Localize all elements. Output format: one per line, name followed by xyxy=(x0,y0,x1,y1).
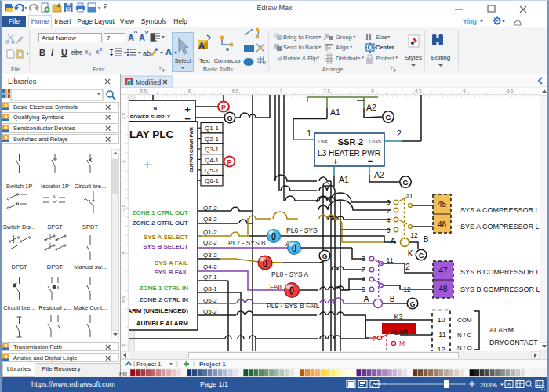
svg-text:Project 1: Project 1 xyxy=(136,361,162,368)
svg-text:LOAD: LOAD xyxy=(369,140,381,144)
svg-text:2.5: 2.5 xyxy=(121,112,125,119)
svg-text:ALARM: ALARM xyxy=(489,326,514,334)
svg-text:+: + xyxy=(333,157,338,166)
svg-text:M: M xyxy=(399,339,405,347)
svg-text:4: 4 xyxy=(387,216,391,224)
svg-text:A: A xyxy=(364,295,369,303)
svg-text:6: 6 xyxy=(362,285,365,293)
svg-text:7.5: 7.5 xyxy=(323,89,330,93)
svg-text:Send to Back: Send to Back xyxy=(283,44,318,51)
svg-text:LAY PLC: LAY PLC xyxy=(129,129,174,140)
svg-text:ARM (UNSILENCED): ARM (UNSILENCED) xyxy=(127,307,188,314)
svg-text:2: 2 xyxy=(89,53,92,57)
svg-text:3: 3 xyxy=(387,198,391,206)
svg-text:abc: abc xyxy=(71,49,83,56)
svg-text:Make Cont...: Make Cont... xyxy=(74,304,107,311)
svg-text:Circuit bre...: Circuit bre... xyxy=(75,183,106,190)
svg-text:48: 48 xyxy=(438,285,448,293)
svg-text:SYS A COMPRESSOR L: SYS A COMPRESSOR L xyxy=(460,206,540,214)
svg-text:Isolator 1P: Isolator 1P xyxy=(41,183,69,190)
svg-text:10: 10 xyxy=(437,316,445,324)
svg-text:6: 6 xyxy=(387,227,391,234)
svg-text:G: G xyxy=(322,252,328,260)
svg-text:2: 2 xyxy=(397,129,402,138)
svg-text:Q6-1: Q6-1 xyxy=(205,177,219,184)
svg-text:Project 1: Project 1 xyxy=(199,361,226,368)
svg-text:3: 3 xyxy=(362,255,365,263)
svg-text:Rotate & Flip: Rotate & Flip xyxy=(283,55,317,62)
svg-text:11: 11 xyxy=(387,256,394,264)
svg-text:2: 2 xyxy=(100,47,103,52)
svg-text:4: 4 xyxy=(362,275,365,283)
svg-text:SYS A FAIL: SYS A FAIL xyxy=(155,260,188,267)
svg-text:Switch Dis...: Switch Dis... xyxy=(3,223,35,230)
svg-text:K: K xyxy=(408,249,413,258)
svg-text:P: P xyxy=(221,103,226,111)
svg-text:7: 7 xyxy=(362,266,365,274)
svg-text:2: 2 xyxy=(405,262,410,271)
svg-text:B: B xyxy=(424,235,429,244)
svg-text:U: U xyxy=(61,48,67,57)
svg-text:A: A xyxy=(139,33,145,42)
svg-text:A2: A2 xyxy=(366,103,376,112)
svg-text:A1: A1 xyxy=(339,175,349,184)
svg-text:7: 7 xyxy=(373,335,376,343)
svg-text:P: P xyxy=(227,158,231,166)
svg-text:5.5: 5.5 xyxy=(140,89,147,93)
svg-text:PL9 - SYS B FAIL: PL9 - SYS B FAIL xyxy=(267,302,320,310)
svg-text:4.5: 4.5 xyxy=(121,296,125,303)
svg-text:Group: Group xyxy=(336,34,352,41)
svg-text:N / O: N / O xyxy=(457,344,472,351)
svg-text:Protect: Protect xyxy=(376,55,395,62)
svg-text:Q1-1: Q1-1 xyxy=(205,125,219,132)
svg-text:Align: Align xyxy=(336,44,349,51)
svg-text:Ying: Ying xyxy=(463,17,477,25)
svg-text:A1: A1 xyxy=(330,107,340,117)
svg-text:SYS B COMPRESSOR L: SYS B COMPRESSOR L xyxy=(460,268,540,276)
svg-text:DPDT: DPDT xyxy=(47,263,64,270)
svg-text:SPDT: SPDT xyxy=(82,223,98,230)
svg-text:Switch 1P: Switch 1P xyxy=(6,183,32,190)
svg-text:45: 45 xyxy=(438,200,447,209)
svg-text:A: A xyxy=(128,33,134,42)
svg-text:FAIL: FAIL xyxy=(270,283,284,291)
svg-text:Edraw Max: Edraw Max xyxy=(256,4,293,12)
svg-text:PL8 - SYS A: PL8 - SYS A xyxy=(271,270,309,278)
svg-text:Q3-1: Q3-1 xyxy=(205,146,219,153)
svg-text:SPST: SPST xyxy=(47,223,63,230)
svg-text:SYS A SELECT: SYS A SELECT xyxy=(144,234,188,241)
svg-text:Circuit bre...: Circuit bre... xyxy=(3,304,35,311)
svg-text:OUTPUT CMMN PWR: OUTPUT CMMN PWR xyxy=(189,126,194,172)
svg-text:9.5: 9.5 xyxy=(507,89,514,93)
svg-text:ZONE 2 CTRL IN: ZONE 2 CTRL IN xyxy=(139,296,188,303)
svg-text:ZONE 2 CTRL OUT: ZONE 2 CTRL OUT xyxy=(133,220,189,227)
svg-text:SSR-2: SSR-2 xyxy=(338,137,363,147)
svg-text:N / C: N / C xyxy=(457,332,471,339)
svg-text:SYS B FAIL: SYS B FAIL xyxy=(154,269,188,276)
svg-text:8.5: 8.5 xyxy=(415,89,422,93)
svg-text:12: 12 xyxy=(410,231,418,239)
svg-text:Q8-2: Q8-2 xyxy=(203,216,217,223)
svg-text:G: G xyxy=(402,179,408,187)
svg-text:G: G xyxy=(410,300,416,308)
svg-text:SYS B SELECT: SYS B SELECT xyxy=(143,243,188,250)
svg-text:Q1-2: Q1-2 xyxy=(203,229,217,236)
svg-text:Q4-2: Q4-2 xyxy=(203,263,217,270)
svg-text:COM: COM xyxy=(457,317,472,324)
svg-text:Center: Center xyxy=(376,44,394,51)
svg-text:G: G xyxy=(419,252,424,260)
svg-text:12: 12 xyxy=(403,285,411,293)
svg-text:B: B xyxy=(390,295,395,303)
svg-text:Size: Size xyxy=(376,34,387,41)
svg-text:ZONE 1 CTRL OUT: ZONE 1 CTRL OUT xyxy=(133,209,189,216)
svg-text:DPST: DPST xyxy=(11,263,27,270)
svg-text:A: A xyxy=(391,237,396,245)
svg-text:ZONE 1 CTRL IN: ZONE 1 CTRL IN xyxy=(139,285,188,292)
svg-text:3.5: 3.5 xyxy=(121,204,125,211)
svg-text:203%: 203% xyxy=(480,381,497,389)
svg-text:I: I xyxy=(51,48,54,57)
svg-text:Q7-2: Q7-2 xyxy=(203,205,217,212)
svg-text:Distribute: Distribute xyxy=(336,55,361,62)
svg-text:11: 11 xyxy=(438,331,445,339)
svg-text:Q5-2: Q5-2 xyxy=(203,308,217,315)
